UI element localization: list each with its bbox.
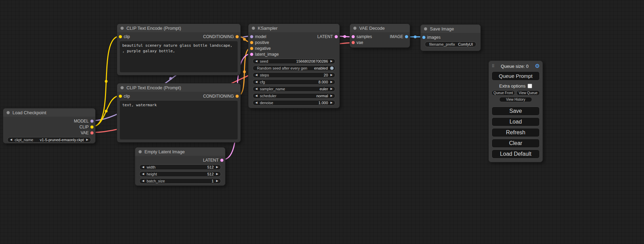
output-slot-conditioning[interactable] [236,94,239,98]
input-slot-vae[interactable] [352,41,355,44]
widget-scheduler[interactable]: ◀ scheduler normal ▶ [253,93,335,99]
widget-value: euler [319,87,328,91]
output-slot-clip[interactable] [90,125,94,128]
widget-ckpt-name[interactable]: ◀ ckpt_name v1-5-pruned-emaonly.ckpt ▶ [7,137,91,143]
extra-options-label: Extra options [499,83,526,89]
load-default-button[interactable]: Load Default [492,150,540,159]
increment-arrow-icon[interactable]: ▶ [330,101,333,104]
decrement-arrow-icon[interactable]: ◀ [142,166,144,169]
refresh-button[interactable]: Refresh [492,128,540,137]
increment-arrow-icon[interactable]: ▶ [330,81,333,83]
widget-label: denoise [260,101,273,105]
clear-button[interactable]: Clear [492,139,540,148]
slot-row: images [421,34,480,40]
comfy-menu-panel[interactable]: ⠿ Queue size: 0 ⚙ Queue Prompt Extra opt… [488,61,543,162]
decrement-arrow-icon[interactable]: ◀ [10,138,12,141]
input-slot-negative[interactable] [250,47,253,50]
output-slot-vae[interactable] [90,131,94,134]
collapse-dot-icon[interactable] [121,27,124,30]
collapse-dot-icon[interactable] [7,111,10,114]
queue-front-button[interactable]: Queue Front [492,90,515,96]
slot-row: samples IMAGE [350,34,410,39]
prompt-text-input[interactable]: text, watermark [120,101,238,139]
widget-random-seed-toggle[interactable]: Random seed after every gen enabled [253,65,335,71]
input-slot-clip[interactable] [119,94,122,98]
decrement-arrow-icon[interactable]: ◀ [255,74,257,76]
queue-actions-row: Queue Front View Queue [492,90,540,96]
decrement-arrow-icon[interactable]: ◀ [255,101,257,104]
node-title: CLIP Text Encode (Prompt) [126,26,181,31]
decrement-arrow-icon[interactable]: ◀ [255,88,257,90]
node-title: Save Image [430,26,454,31]
widget-value: v1-5-pruned-emaonly.ckpt [40,138,84,142]
node-load-checkpoint[interactable]: Load Checkpoint MODEL CLIP VAE ◀ ckpt_na… [3,108,96,144]
view-queue-button[interactable]: View Queue [517,90,540,96]
widget-value: 156680208700286 [296,59,328,63]
save-button[interactable]: Save [492,107,540,116]
slot-row: model LATENT [248,34,339,39]
output-slot-image[interactable] [405,35,408,38]
decrement-arrow-icon[interactable]: ◀ [255,81,257,83]
increment-arrow-icon[interactable]: ▶ [330,60,333,63]
collapse-dot-icon[interactable] [121,86,124,89]
widget-value: 1.000 [318,101,328,105]
node-ksampler[interactable]: KSampler model LATENT positive negative … [248,24,340,108]
extra-options-row: Extra options [492,83,540,89]
widget-cfg[interactable]: ◀ cfg 8.000 ▶ [253,79,335,85]
link-midpoint-dot [105,110,108,112]
widget-seed[interactable]: ◀ seed 156680208700286 ▶ [253,58,335,64]
widget-label: ckpt_name [15,138,33,142]
view-history-button[interactable]: View History [499,97,532,102]
toggle-knob-icon[interactable] [330,66,334,70]
output-slot-latent[interactable] [220,159,223,162]
node-empty-latent-image[interactable]: Empty Latent Image LATENT ◀ width 512 ▶ … [135,147,226,186]
output-slot-model[interactable] [90,119,94,123]
input-slot-clip[interactable] [119,35,122,38]
collapse-dot-icon[interactable] [353,27,356,30]
widget-height[interactable]: ◀ height 512 ▶ [139,171,221,177]
settings-gear-icon[interactable]: ⚙ [535,63,540,69]
output-slot-latent[interactable] [335,35,338,38]
increment-arrow-icon[interactable]: ▶ [330,88,333,90]
node-vae-decode[interactable]: VAE Decode samples IMAGE vae [350,24,410,48]
increment-arrow-icon[interactable]: ▶ [216,180,218,182]
widget-label: height [147,172,157,176]
node-clip-text-encode-positive[interactable]: CLIP Text Encode (Prompt) clip CONDITION… [117,24,241,75]
decrement-arrow-icon[interactable]: ◀ [255,60,257,63]
link-midpoint-dot [343,35,346,38]
node-save-image[interactable]: Save Image images filename_prefix ComfyU… [420,24,481,51]
output-slot-conditioning[interactable] [236,35,239,38]
increment-arrow-icon[interactable]: ▶ [86,138,88,141]
node-clip-text-encode-negative[interactable]: CLIP Text Encode (Prompt) clip CONDITION… [117,83,241,143]
widget-filename-prefix[interactable]: filename_prefix ComfyUI [425,42,476,47]
load-button[interactable]: Load [492,117,540,126]
extra-options-checkbox[interactable] [528,84,532,88]
widget-width[interactable]: ◀ width 512 ▶ [139,164,221,170]
queue-prompt-button[interactable]: Queue Prompt [492,71,540,81]
drag-handle-icon[interactable]: ⠿ [492,64,495,69]
widget-steps[interactable]: ◀ steps 20 ▶ [253,72,335,78]
increment-arrow-icon[interactable]: ▶ [216,166,218,169]
increment-arrow-icon[interactable]: ▶ [330,94,333,97]
prompt-text-input[interactable]: beautiful scenery nature glass bottle la… [120,41,238,72]
collapse-dot-icon[interactable] [139,150,142,153]
collapse-dot-icon[interactable] [424,27,427,30]
slot-row: CLIP [3,124,95,130]
input-slot-positive[interactable] [250,41,253,44]
widget-label: steps [260,73,269,77]
collapse-dot-icon[interactable] [252,27,255,30]
decrement-arrow-icon[interactable]: ◀ [255,94,257,97]
widget-denoise[interactable]: ◀ denoise 1.000 ▶ [253,100,335,106]
input-slot-model[interactable] [250,35,253,38]
widget-batch-size[interactable]: ◀ batch_size 1 ▶ [139,178,221,184]
decrement-arrow-icon[interactable]: ◀ [142,180,144,182]
input-slot-images[interactable] [422,36,425,39]
input-slot-samples[interactable] [352,35,355,38]
widget-label: Random seed after every gen [257,66,307,70]
decrement-arrow-icon[interactable]: ◀ [142,173,144,175]
increment-arrow-icon[interactable]: ▶ [216,173,218,175]
input-slot-latent-image[interactable] [250,53,253,56]
increment-arrow-icon[interactable]: ▶ [330,74,333,76]
widget-sampler-name[interactable]: ◀ sampler_name euler ▶ [253,86,335,92]
node-title: KSampler [258,26,277,31]
